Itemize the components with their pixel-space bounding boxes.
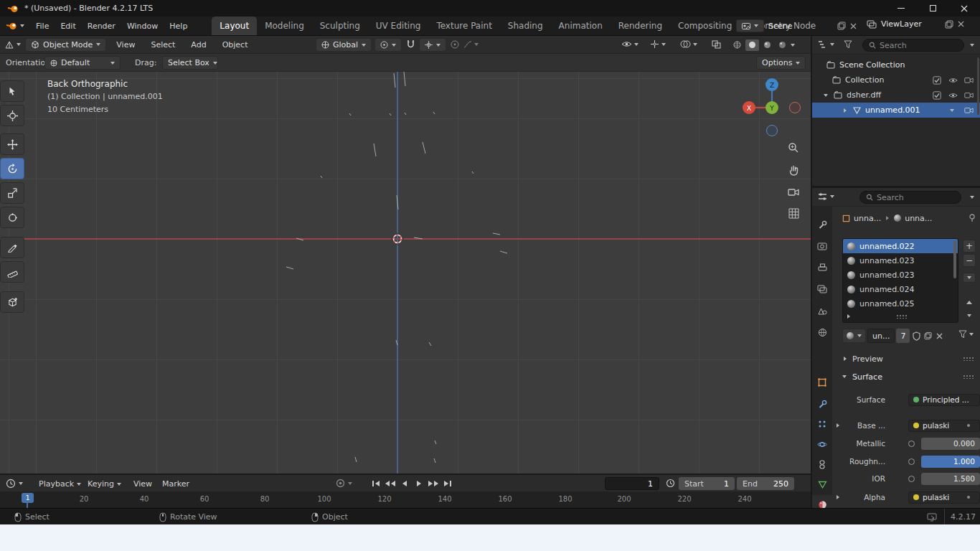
camera-view-button[interactable] bbox=[786, 184, 801, 199]
outliner-search-input[interactable]: Search bbox=[862, 39, 964, 52]
section-grip[interactable] bbox=[963, 375, 974, 379]
toggle-view-grid-button[interactable] bbox=[786, 205, 801, 221]
outliner-item-label[interactable]: dsher.dff bbox=[847, 90, 881, 100]
menu-keying[interactable]: Keying bbox=[82, 475, 127, 493]
material-users-count[interactable]: 7 bbox=[896, 329, 910, 343]
maximize-button[interactable] bbox=[917, 0, 948, 17]
tab-view-layer[interactable] bbox=[812, 280, 832, 298]
menu-file[interactable]: File bbox=[30, 17, 55, 35]
workspace-tab-compositing[interactable]: Compositing bbox=[670, 17, 740, 35]
snap-toggle[interactable] bbox=[406, 39, 415, 50]
play-reverse-button[interactable] bbox=[397, 477, 412, 490]
mode-dropdown[interactable]: Object Mode bbox=[25, 38, 106, 52]
list-expand-icon[interactable] bbox=[847, 314, 850, 319]
scene-name[interactable]: Scene bbox=[768, 22, 793, 31]
copy-material-icon[interactable] bbox=[924, 331, 932, 340]
tab-modifiers[interactable] bbox=[812, 395, 832, 413]
tool-move[interactable] bbox=[0, 133, 24, 155]
proportional-edit-toggle[interactable] bbox=[451, 40, 459, 49]
next-keyframe-button[interactable] bbox=[426, 477, 440, 490]
view-layer-name[interactable]: ViewLayer bbox=[881, 19, 922, 29]
slot-list-scrollbar[interactable] bbox=[953, 241, 956, 278]
workspace-tab-shading[interactable]: Shading bbox=[500, 17, 551, 35]
timeline-editor-type-button[interactable] bbox=[6, 479, 23, 489]
prev-keyframe-button[interactable] bbox=[383, 477, 397, 490]
frame-start-field[interactable]: Start1 bbox=[679, 477, 735, 490]
workspace-tab-rendering[interactable]: Rendering bbox=[611, 17, 670, 35]
expand-collapse-icon[interactable] bbox=[844, 108, 847, 113]
playhead[interactable]: 1 bbox=[22, 493, 34, 503]
pin-icon[interactable] bbox=[969, 214, 976, 222]
tab-world[interactable] bbox=[812, 323, 832, 342]
jump-to-end-button[interactable] bbox=[440, 477, 455, 490]
orientation-default-dropdown[interactable]: Default bbox=[44, 56, 121, 70]
disable-render-camera-icon[interactable] bbox=[964, 76, 974, 84]
scene-unlink-icon[interactable] bbox=[850, 23, 857, 29]
workspace-tab-sculpting[interactable]: Sculpting bbox=[312, 17, 368, 35]
workspace-tab-animation[interactable]: Animation bbox=[551, 17, 611, 35]
material-slot[interactable]: unnamed.022 bbox=[843, 239, 958, 253]
section-grip[interactable] bbox=[963, 357, 974, 361]
tab-scene[interactable] bbox=[812, 301, 832, 320]
pivot-point-dropdown[interactable] bbox=[374, 38, 402, 52]
add-slot-button[interactable]: + bbox=[963, 240, 976, 253]
outliner-row-dsher-dff[interactable]: dsher.dff bbox=[812, 88, 980, 103]
menu-object[interactable]: Object bbox=[217, 36, 254, 53]
gizmo-x-negative[interactable] bbox=[790, 103, 801, 113]
menu-playback[interactable]: Playback bbox=[33, 475, 87, 493]
hide-eye-icon[interactable] bbox=[948, 92, 958, 99]
shading-rendered-button[interactable] bbox=[776, 39, 789, 51]
menu-marker[interactable]: Marker bbox=[156, 475, 195, 493]
drag-mode-dropdown[interactable]: Select Box bbox=[162, 56, 218, 70]
show-gizmo-dropdown[interactable] bbox=[650, 39, 666, 49]
menu-view[interactable]: View bbox=[110, 36, 141, 53]
surface-shader-dropdown[interactable]: Principled ... bbox=[908, 394, 980, 406]
scene-new-icon[interactable] bbox=[837, 22, 846, 30]
outliner-item-label[interactable]: Scene Collection bbox=[839, 60, 905, 70]
tool-scale[interactable] bbox=[0, 182, 24, 204]
workspace-tab-uv-editing[interactable]: UV Editing bbox=[368, 17, 429, 35]
view-layer-remove-icon[interactable] bbox=[958, 21, 964, 27]
snap-settings-dropdown[interactable] bbox=[419, 38, 446, 52]
preview-section-header[interactable]: Preview bbox=[832, 352, 980, 366]
roughness-slider[interactable]: 1.000 bbox=[921, 456, 980, 468]
close-button[interactable] bbox=[948, 0, 980, 17]
unlink-material-icon[interactable] bbox=[936, 333, 943, 339]
transform-orientation-dropdown[interactable]: Global bbox=[316, 38, 372, 52]
ior-slider[interactable]: 1.500 bbox=[921, 473, 980, 485]
shading-dropdown-chevron-icon[interactable] bbox=[791, 44, 795, 47]
breadcrumb-object[interactable]: unna... bbox=[854, 214, 881, 223]
tab-output[interactable] bbox=[812, 258, 832, 277]
exclude-checkbox-icon[interactable] bbox=[933, 91, 941, 100]
properties-search-input[interactable]: Search bbox=[859, 191, 961, 204]
tool-add-primitive[interactable] bbox=[0, 291, 24, 313]
tab-physics[interactable] bbox=[812, 435, 832, 453]
viewport-canvas[interactable]: Back Orthographic (1) Collection | unnam… bbox=[0, 72, 811, 474]
material-slot[interactable]: unnamed.024 bbox=[843, 282, 958, 296]
options-dropdown[interactable]: Options bbox=[756, 56, 806, 70]
metallic-slider[interactable]: 0.000 bbox=[921, 438, 980, 450]
properties-editor-type-button[interactable] bbox=[818, 192, 834, 201]
outliner-row-scene-collection[interactable]: Scene Collection bbox=[812, 57, 980, 72]
tab-object-data[interactable] bbox=[812, 475, 832, 494]
fake-user-shield-icon[interactable] bbox=[913, 331, 920, 341]
tool-select-box[interactable] bbox=[0, 80, 24, 102]
pan-hand-button[interactable] bbox=[786, 162, 801, 178]
tab-constraints[interactable] bbox=[812, 455, 832, 474]
tab-particles[interactable] bbox=[812, 415, 832, 433]
outliner-item-label[interactable]: Collection bbox=[845, 75, 884, 85]
menu-edit[interactable]: Edit bbox=[55, 17, 81, 35]
material-slot[interactable]: unnamed.023 bbox=[843, 253, 958, 268]
menu-timeline-view[interactable]: View bbox=[128, 475, 158, 493]
show-overlays-dropdown[interactable] bbox=[680, 40, 697, 48]
move-slot-down-button[interactable] bbox=[963, 310, 976, 321]
list-resize-grip[interactable] bbox=[896, 314, 908, 319]
tab-object[interactable] bbox=[812, 373, 832, 392]
blender-menu-icon[interactable] bbox=[0, 17, 30, 35]
outliner-editor-type-button[interactable] bbox=[818, 40, 834, 49]
tool-rotate[interactable] bbox=[0, 158, 24, 179]
tool-annotate[interactable] bbox=[0, 237, 24, 258]
breadcrumb-material[interactable]: unna... bbox=[905, 214, 932, 223]
shading-solid-button[interactable] bbox=[745, 39, 759, 51]
menu-add[interactable]: Add bbox=[185, 36, 212, 53]
